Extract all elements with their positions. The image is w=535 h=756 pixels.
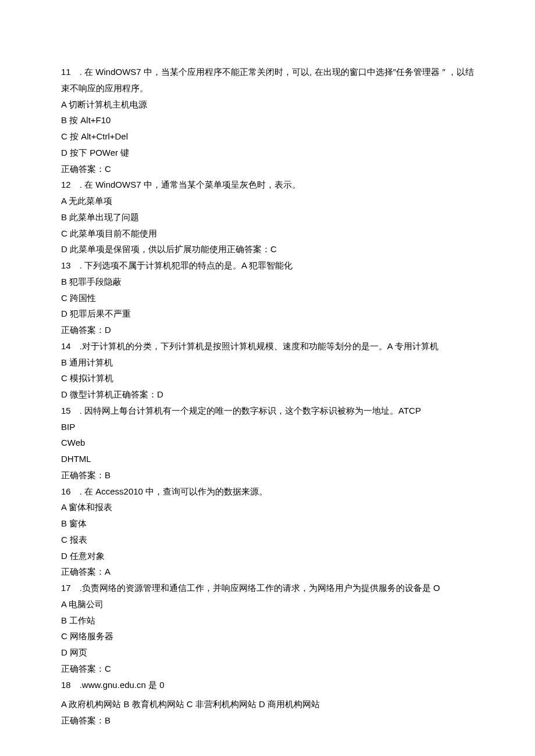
- text-line: 15 . 因特网上每台计算机有一个规定的唯一的数字标识，这个数字标识被称为一地址…: [61, 403, 474, 419]
- text-line: 正确答案：D: [61, 322, 474, 338]
- text-line: A 切断计算机主机电源: [61, 96, 474, 113]
- text-line: B 窗体: [61, 515, 474, 532]
- text-line: 12 . 在 WindOWS7 中，通常当某个菜单项呈灰色时，表示。: [61, 177, 474, 193]
- text-line: D 微型计算机正确答案：D: [61, 386, 474, 403]
- text-line: D 犯罪后果不严重: [61, 306, 474, 322]
- text-line: C 网络服务器: [61, 628, 474, 644]
- text-line: 正确答案：A: [61, 564, 474, 580]
- document-page: 11 . 在 WindOWS7 中，当某个应用程序不能正常关闭时，可以, 在出现…: [0, 0, 535, 756]
- text-line: 13 . 下列选项不属于计算机犯罪的特点的是。A 犯罪智能化: [61, 257, 474, 274]
- text-line: C 按 Alt+Ctrl+Del: [61, 128, 474, 145]
- text-line: A 电脑公司: [61, 596, 474, 612]
- text-line: 17 .负责网络的资源管理和通信工作，并响应网络工作的请求，为网络用户为提供服务…: [61, 580, 474, 596]
- text-line: B 工作站: [61, 612, 474, 629]
- text-line: B 犯罪手段隐蔽: [61, 274, 474, 290]
- text-line: 16 . 在 Access2010 中，查询可以作为的数据来源。: [61, 483, 474, 500]
- text-line: B 此菜单出现了问题: [61, 209, 474, 225]
- text-line: D 此菜单项是保留项，供以后扩展功能使用正确答案：C: [61, 241, 474, 257]
- text-line: 正确答案：B: [61, 712, 474, 729]
- text-line: 18 .www.gnu.edu.cn 是 0: [61, 677, 474, 693]
- text-line: 14 .对于计算机的分类，下列计算机是按照计算机规模、速度和功能等划分的是一。A…: [61, 338, 474, 354]
- text-line: A 窗体和报表: [61, 499, 474, 515]
- text-line: CWeb: [61, 435, 474, 451]
- text-line: C 此菜单项目前不能使用: [61, 225, 474, 242]
- text-line: 正确答案：B: [61, 467, 474, 483]
- text-line: A 政府机构网站 B 教育机构网站 C 非营利机构网站 D 商用机构网站: [61, 696, 474, 712]
- text-line: 正确答案：C: [61, 661, 474, 677]
- text-line: B 通用计算机: [61, 354, 474, 371]
- text-line: C 模拟计算机: [61, 370, 474, 386]
- text-line: D 任意对象: [61, 548, 474, 564]
- text-line: A 无此菜单项: [61, 193, 474, 209]
- text-line: D 按下 POWer 键: [61, 145, 474, 161]
- text-line: C 报表: [61, 532, 474, 548]
- text-line: 正确答案：C: [61, 161, 474, 177]
- text-line: DHTML: [61, 451, 474, 467]
- text-line: 11 . 在 WindOWS7 中，当某个应用程序不能正常关闭时，可以, 在出现…: [61, 64, 474, 96]
- text-line: D 网页: [61, 644, 474, 661]
- text-line: B 按 Alt+F10: [61, 112, 474, 128]
- text-line: BIP: [61, 419, 474, 435]
- text-line: C 跨国性: [61, 290, 474, 306]
